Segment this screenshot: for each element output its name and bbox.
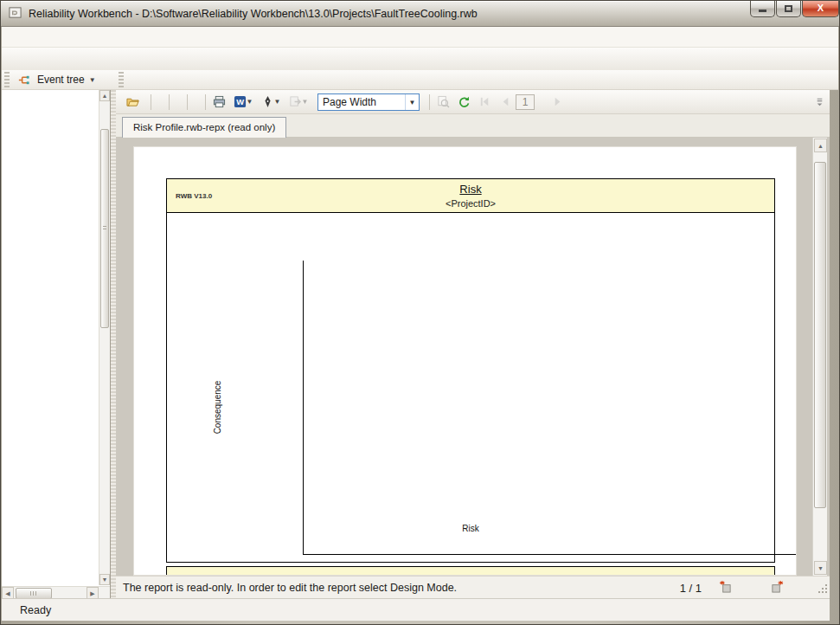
next-page-icon <box>551 95 564 108</box>
module-toolbar: Event tree ▼ <box>2 70 838 90</box>
export-icon <box>289 95 302 108</box>
toolbar-overflow-button[interactable] <box>809 93 830 112</box>
printer-icon <box>213 95 226 108</box>
x-axis-title: Risk <box>167 524 774 533</box>
tree-vertical-scrollbar[interactable]: ▲ ▼ <box>99 90 110 585</box>
toolbar-grip[interactable] <box>119 72 124 87</box>
maximize-button[interactable] <box>776 1 801 17</box>
status-text: Ready <box>20 604 51 616</box>
main-toolbar <box>2 48 838 70</box>
word-icon: W <box>234 95 247 108</box>
scroll-down-icon[interactable]: ▼ <box>814 561 827 575</box>
combobox-dropdown-icon[interactable]: ▼ <box>405 94 419 110</box>
zoom-combobox[interactable]: Page Width ▼ <box>317 93 420 111</box>
bar-chart-plot <box>303 261 797 555</box>
print-button[interactable] <box>208 93 229 112</box>
status-bar: Ready <box>2 598 830 621</box>
design-mode-button[interactable] <box>172 99 184 106</box>
app-window: Reliability Workbench - D:\Software\Reli… <box>0 0 840 625</box>
chevron-down-icon: ▼ <box>89 76 96 84</box>
close-report-button[interactable] <box>154 99 166 106</box>
first-page-button <box>474 93 495 112</box>
chevron-down-icon: ▼ <box>274 98 281 106</box>
print-preview-button <box>433 93 453 112</box>
previous-page-icon <box>499 95 512 108</box>
goto-next-page-icon[interactable] <box>771 580 786 596</box>
report-footer-band <box>166 566 775 576</box>
refresh-button[interactable] <box>453 93 474 112</box>
chevron-down-icon: ▼ <box>302 98 309 106</box>
window-title: Reliability Workbench - D:\Software\Reli… <box>29 8 478 20</box>
report-tab-strip: Risk Profile.rwb-repx (read only) <box>116 114 830 138</box>
close-button[interactable]: X <box>802 1 839 17</box>
overflow-icon <box>813 95 826 108</box>
chart-frame: RWB V13.0 Risk <ProjectID> Consequence R… <box>166 178 775 563</box>
close-icon: X <box>818 3 824 13</box>
next-page-button <box>547 93 567 112</box>
project-tree-panel: ▲ ▼ ◀ ▶ <box>2 90 111 600</box>
maximize-icon <box>785 5 792 12</box>
tree-scroll-thumb[interactable] <box>100 129 109 328</box>
report-page: RWB V13.0 Risk <ProjectID> Consequence R… <box>133 146 797 576</box>
select-button <box>190 99 202 106</box>
scroll-up-icon[interactable]: ▲ <box>814 139 827 152</box>
report-subtitle: <ProjectID> <box>167 198 774 209</box>
goto-prev-page-icon[interactable] <box>719 580 734 596</box>
export-pdf-button[interactable]: ▼ <box>257 93 285 112</box>
resize-grip[interactable] <box>818 583 828 594</box>
report-scroll-thumb[interactable] <box>814 162 826 508</box>
pen-icon <box>261 95 274 108</box>
report-view: RWB V13.0 Risk <ProjectID> Consequence R… <box>116 138 830 576</box>
svg-text:W: W <box>236 98 244 106</box>
previous-page-button <box>495 93 516 112</box>
app-icon <box>9 6 23 21</box>
event-tree-selector-icon <box>17 74 30 87</box>
report-status-message: The report is read-only. In order to edi… <box>123 582 457 594</box>
report-status-bar: The report is read-only. In order to edi… <box>116 576 830 598</box>
minimize-icon <box>759 10 766 12</box>
scroll-up-icon[interactable]: ▲ <box>99 90 110 101</box>
toolbar-grip[interactable] <box>4 72 10 87</box>
project-tree <box>3 92 99 585</box>
menu-bar <box>2 27 838 48</box>
page-indicator: 1 / 1 <box>680 582 702 595</box>
open-folder-icon <box>126 95 139 108</box>
open-report-button[interactable] <box>116 92 148 112</box>
export-other-button: ▼ <box>285 93 312 112</box>
report-title: Risk <box>167 183 774 196</box>
print-preview-icon <box>437 95 450 108</box>
export-word-button[interactable]: W▼ <box>229 93 257 112</box>
y-axis-title: Consequence <box>213 381 222 435</box>
refresh-icon <box>458 95 471 108</box>
scroll-down-icon[interactable]: ▼ <box>99 574 110 585</box>
view-selector-label: Event tree <box>37 74 85 86</box>
page-number-field[interactable]: 1 <box>516 94 535 110</box>
report-header-band: RWB V13.0 Risk <ProjectID> <box>167 179 774 213</box>
first-page-icon <box>478 95 491 108</box>
minimize-button[interactable] <box>750 1 775 17</box>
zoom-value: Page Width <box>318 96 405 108</box>
chevron-down-icon: ▼ <box>247 98 253 106</box>
title-bar: Reliability Workbench - D:\Software\Reli… <box>1 1 839 27</box>
report-vertical-scrollbar[interactable]: ▲ ▼ <box>812 138 827 576</box>
view-selector-dropdown[interactable]: Event tree ▼ <box>12 72 116 88</box>
report-toolbar: W▼ ▼ ▼ Page Width ▼ 1 <box>116 90 830 114</box>
report-tab[interactable]: Risk Profile.rwb-repx (read only) <box>122 117 286 139</box>
